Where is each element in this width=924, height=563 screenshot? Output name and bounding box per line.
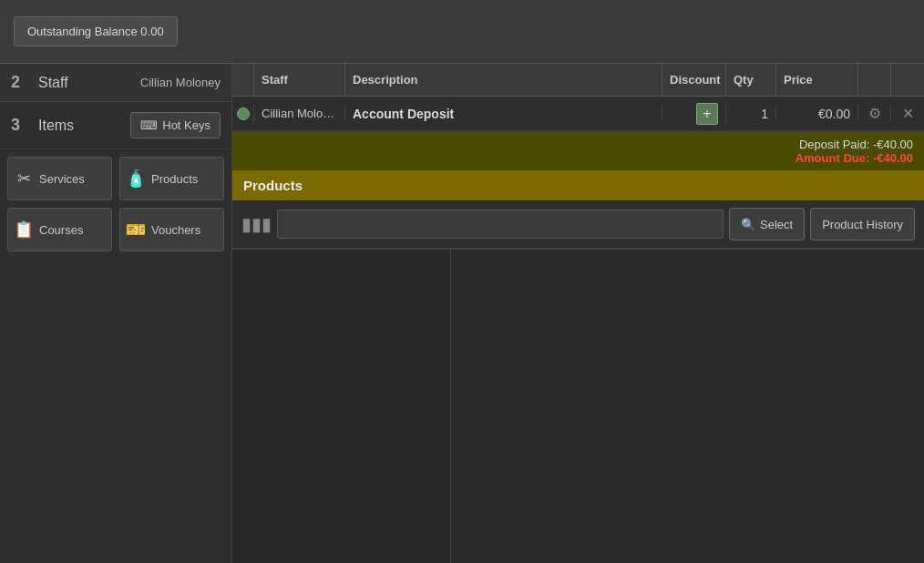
- keyboard-icon: ⌨: [140, 118, 158, 132]
- products-header: Products: [232, 170, 924, 200]
- hot-keys-label: Hot Keys: [162, 118, 210, 132]
- amount-due-text: Amount Due: -€40.00: [796, 151, 913, 165]
- td-staff: Cillian Molon...: [254, 107, 345, 120]
- search-icon: 🔍: [741, 218, 755, 231]
- products-toolbar: ▮▮▮ 🔍 Select Product History: [232, 200, 924, 249]
- products-left-panel: [232, 250, 451, 563]
- gear-icon: ⚙: [868, 105, 881, 122]
- hot-keys-button[interactable]: ⌨ Hot Keys: [130, 112, 221, 138]
- deposit-paid-text: Deposit Paid: -€40.00: [799, 138, 913, 151]
- top-bar: Outstanding Balance 0.00: [0, 0, 924, 64]
- th-action1: [858, 64, 891, 96]
- products-label: Products: [151, 172, 198, 186]
- th-staff: Staff: [254, 64, 345, 96]
- add-discount-button[interactable]: +: [696, 103, 718, 125]
- barcode-input[interactable]: [277, 210, 724, 239]
- vouchers-label: Vouchers: [151, 223, 200, 237]
- td-discount: +: [662, 103, 726, 125]
- td-select: [232, 104, 254, 124]
- section2-label: Staff: [38, 75, 140, 91]
- vouchers-button[interactable]: 🎫 Vouchers: [119, 208, 224, 251]
- services-button[interactable]: ✂ Services: [7, 157, 112, 200]
- voucher-icon: 🎫: [126, 220, 146, 240]
- sidebar-nav: ✂ Services 🧴 Products 📋 Courses 🎫 Vouche…: [0, 149, 231, 266]
- section3-label: Items: [38, 118, 130, 134]
- gear-button[interactable]: ⚙: [858, 105, 891, 122]
- th-description: Description: [345, 64, 662, 96]
- table-area: Staff Description Discount Qty Price Cil…: [232, 64, 924, 132]
- courses-button[interactable]: 📋 Courses: [7, 208, 112, 251]
- summary-bar: Deposit Paid: -€40.00 Amount Due: -€40.0…: [232, 132, 924, 170]
- close-icon: ✕: [902, 105, 914, 122]
- products-grid: [232, 249, 924, 563]
- section2-number: 2: [11, 73, 29, 92]
- th-action2: [891, 64, 924, 96]
- staff-section-header: 2 Staff Cillian Moloney: [0, 64, 231, 102]
- bottle-icon: 🧴: [126, 169, 146, 189]
- nav-row-1: ✂ Services 🧴 Products: [7, 157, 224, 200]
- th-select: [232, 64, 254, 96]
- products-button[interactable]: 🧴 Products: [119, 157, 224, 200]
- amount-due-value: -€40.00: [873, 151, 913, 165]
- products-right-panel: [451, 250, 924, 563]
- outstanding-balance-button[interactable]: Outstanding Balance 0.00: [14, 16, 178, 46]
- product-history-button[interactable]: Product History: [810, 208, 915, 241]
- amount-due-label: Amount Due:: [796, 151, 870, 165]
- staff-name: Cillian Moloney: [140, 76, 221, 89]
- th-price: Price: [776, 64, 858, 96]
- th-qty: Qty: [726, 64, 776, 96]
- close-row-button[interactable]: ✕: [891, 105, 924, 122]
- services-label: Services: [39, 172, 85, 186]
- row-indicator: [237, 107, 250, 120]
- td-qty: 1: [726, 107, 776, 121]
- barcode-icon: ▮▮▮: [241, 213, 272, 235]
- items-section-header: 3 Items ⌨ Hot Keys: [0, 102, 231, 149]
- clipboard-icon: 📋: [14, 220, 34, 240]
- th-discount: Discount: [662, 64, 726, 96]
- left-sidebar: 2 Staff Cillian Moloney 3 Items ⌨ Hot Ke…: [0, 64, 232, 563]
- nav-row-2: 📋 Courses 🎫 Vouchers: [7, 208, 224, 251]
- select-button[interactable]: 🔍 Select: [729, 208, 805, 241]
- products-section: Products ▮▮▮ 🔍 Select Product History: [232, 170, 924, 563]
- section3-number: 3: [11, 116, 29, 135]
- table-header: Staff Description Discount Qty Price: [232, 64, 924, 97]
- scissors-icon: ✂: [14, 169, 34, 189]
- main-content: Staff Description Discount Qty Price Cil…: [232, 64, 924, 563]
- select-label: Select: [760, 218, 793, 231]
- td-description: Account Deposit: [345, 107, 662, 121]
- td-price: €0.00: [776, 107, 858, 121]
- table-row: Cillian Molon... Account Deposit + 1 €0.…: [232, 97, 924, 131]
- courses-label: Courses: [39, 223, 83, 237]
